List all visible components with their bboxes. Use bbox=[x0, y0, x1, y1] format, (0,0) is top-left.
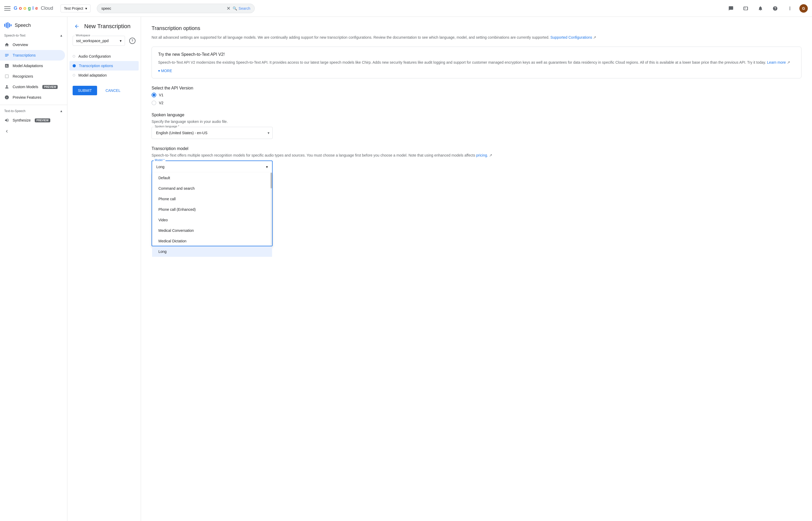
workspace-section: Workspace sst_workspace_ppd ▾ ? bbox=[73, 36, 136, 46]
wizard-actions: SUBMIT CANCEL bbox=[73, 86, 136, 95]
cloud-shell-icon[interactable] bbox=[740, 3, 751, 14]
api-version-radio-group: V1 V2 bbox=[152, 93, 802, 105]
search-input[interactable] bbox=[101, 6, 227, 10]
home-icon bbox=[4, 42, 9, 47]
info-box: Try the new Speech-to-Text API V2! Speec… bbox=[152, 47, 802, 78]
sidebar-item-custom-models[interactable]: Custom Models PREVIEW bbox=[0, 82, 65, 92]
model-option-phone-call[interactable]: Phone call bbox=[152, 194, 272, 204]
custom-models-label: Custom Models bbox=[13, 85, 38, 89]
spoken-language-section: Spoken language Specify the language spo… bbox=[152, 113, 802, 139]
sidebar-item-recognizers[interactable]: Recognizers bbox=[0, 71, 65, 82]
page-header: New Transcription bbox=[73, 22, 136, 30]
spoken-language-select-wrapper: Spoken language * English (United States… bbox=[152, 127, 273, 139]
spoken-language-select[interactable]: English (United States) - en-US bbox=[152, 127, 273, 139]
step-model-adaptation[interactable]: Model adaptation bbox=[73, 71, 136, 80]
supported-configurations-link[interactable]: Supported Configurations bbox=[551, 35, 592, 40]
radio-v1[interactable]: V1 bbox=[152, 93, 802, 97]
recognizers-icon bbox=[4, 74, 9, 79]
radio-v2[interactable]: V2 bbox=[152, 100, 802, 105]
api-version-label: Select the API Version bbox=[152, 86, 802, 91]
spoken-language-field-label: Spoken language * bbox=[154, 125, 180, 128]
preview-features-icon bbox=[4, 95, 9, 100]
avatar[interactable]: G bbox=[799, 4, 808, 13]
dropdown-scroll-thumb bbox=[271, 173, 272, 188]
workspace-value: sst_workspace_ppd bbox=[76, 39, 109, 43]
model-select-wrapper: Model * Long ▾ Default Command and searc… bbox=[152, 160, 273, 173]
chevron-up-icon: ▲ bbox=[60, 34, 63, 37]
back-button[interactable] bbox=[73, 22, 81, 30]
custom-models-preview-badge: PREVIEW bbox=[42, 85, 57, 89]
step-audio-config[interactable]: Audio Configuration bbox=[73, 52, 136, 61]
transcription-model-label: Transcription model bbox=[152, 146, 802, 151]
model-adaptations-label: Model Adaptations bbox=[13, 64, 43, 68]
step-transcription-options[interactable]: Transcription options bbox=[69, 61, 139, 70]
submit-button[interactable]: SUBMIT bbox=[73, 86, 97, 95]
pricing-link[interactable]: pricing. bbox=[476, 153, 488, 157]
dropdown-scrollbar[interactable] bbox=[271, 173, 272, 246]
model-option-medical-conversation[interactable]: Medical Conversation bbox=[152, 225, 272, 236]
transcription-model-section: Transcription model Speech-to-Text offer… bbox=[152, 146, 802, 173]
info-box-description: Speech-to-Text API V2 modernizes the exi… bbox=[158, 60, 795, 65]
spoken-language-sublabel: Specify the language spoken in your audi… bbox=[152, 119, 802, 124]
step-dot-audio bbox=[73, 55, 75, 58]
search-icon: 🔍 bbox=[233, 6, 237, 10]
workspace-select[interactable]: sst_workspace_ppd ▾ bbox=[73, 36, 125, 46]
recognizers-label: Recognizers bbox=[13, 74, 33, 78]
topbar-left: Google Cloud Test Project ▾ bbox=[4, 4, 91, 13]
text-to-speech-section[interactable]: Text-to-Speech ▲ bbox=[0, 107, 67, 115]
api-version-section: Select the API Version V1 V2 bbox=[152, 86, 802, 105]
model-field-label: Model * bbox=[154, 158, 165, 162]
project-dropdown-icon: ▾ bbox=[85, 6, 87, 10]
cancel-button[interactable]: CANCEL bbox=[100, 86, 126, 95]
sidebar-product: Speech bbox=[0, 19, 67, 31]
sidebar-item-overview[interactable]: Overview bbox=[0, 40, 65, 50]
info-box-title: Try the new Speech-to-Text API V2! bbox=[158, 52, 795, 57]
search-button[interactable]: 🔍 Search bbox=[233, 6, 250, 10]
chevron-down-icon: ▾ bbox=[158, 69, 160, 73]
content-panel: Transcription options Not all advanced s… bbox=[141, 17, 812, 521]
svg-rect-1 bbox=[6, 23, 7, 28]
wizard-panel: New Transcription Workspace sst_workspac… bbox=[67, 17, 141, 521]
model-option-medical-dictation[interactable]: Medical Dictation bbox=[152, 236, 272, 246]
model-select-trigger[interactable]: Long ▾ bbox=[152, 160, 273, 173]
step-label-transcription: Transcription options bbox=[79, 64, 113, 68]
model-option-long[interactable]: Long bbox=[152, 246, 272, 257]
model-option-phone-call-enhanced[interactable]: Phone call (Enhanced) bbox=[152, 204, 272, 215]
external-link-icon: ↗ bbox=[593, 35, 596, 40]
step-label-audio: Audio Configuration bbox=[78, 54, 111, 59]
model-option-video[interactable]: Video bbox=[152, 215, 272, 225]
content-description: Not all advanced settings are supported … bbox=[152, 35, 802, 40]
model-option-default[interactable]: Default bbox=[152, 173, 272, 183]
more-options-icon[interactable] bbox=[785, 3, 795, 14]
preview-features-label: Preview Features bbox=[13, 95, 41, 99]
menu-icon[interactable] bbox=[4, 5, 10, 12]
content-title: Transcription options bbox=[152, 25, 802, 31]
sidebar: Speech Speech-to-Text ▲ Overview Transcr… bbox=[0, 17, 67, 521]
page-title: New Transcription bbox=[84, 23, 131, 30]
search-bar: ✕ 🔍 Search bbox=[97, 4, 255, 13]
collapse-sidebar-button[interactable] bbox=[0, 126, 67, 137]
sidebar-item-transcriptions[interactable]: Transcriptions bbox=[0, 50, 65, 61]
sidebar-item-model-adaptations[interactable]: Model Adaptations bbox=[0, 61, 65, 71]
model-option-command-search[interactable]: Command and search bbox=[152, 183, 272, 194]
project-selector[interactable]: Test Project ▾ bbox=[61, 4, 91, 13]
svg-rect-4 bbox=[10, 24, 11, 26]
model-arrow-icon: ▾ bbox=[266, 165, 268, 169]
radio-label-v2: V2 bbox=[159, 101, 163, 105]
learn-more-link[interactable]: Learn more bbox=[767, 60, 786, 65]
more-button[interactable]: ▾ MORE bbox=[158, 69, 172, 73]
sidebar-item-synthesize[interactable]: Synthesize PREVIEW bbox=[0, 115, 65, 126]
search-clear-icon[interactable]: ✕ bbox=[227, 5, 231, 11]
overview-label: Overview bbox=[13, 43, 28, 47]
synthesize-icon bbox=[4, 118, 9, 123]
wizard-steps: Audio Configuration Transcription option… bbox=[73, 52, 136, 80]
sidebar-item-preview-features[interactable]: Preview Features bbox=[0, 92, 65, 103]
topbar: Google Cloud Test Project ▾ ✕ 🔍 Search bbox=[0, 0, 812, 17]
workspace-label: Workspace bbox=[75, 34, 91, 37]
help-icon[interactable] bbox=[770, 3, 781, 14]
notifications-icon[interactable] bbox=[755, 3, 766, 14]
feedback-icon[interactable] bbox=[726, 3, 736, 14]
speech-to-text-section[interactable]: Speech-to-Text ▲ bbox=[0, 31, 67, 40]
radio-circle-v1 bbox=[152, 93, 156, 97]
workspace-help-button[interactable]: ? bbox=[129, 38, 136, 44]
